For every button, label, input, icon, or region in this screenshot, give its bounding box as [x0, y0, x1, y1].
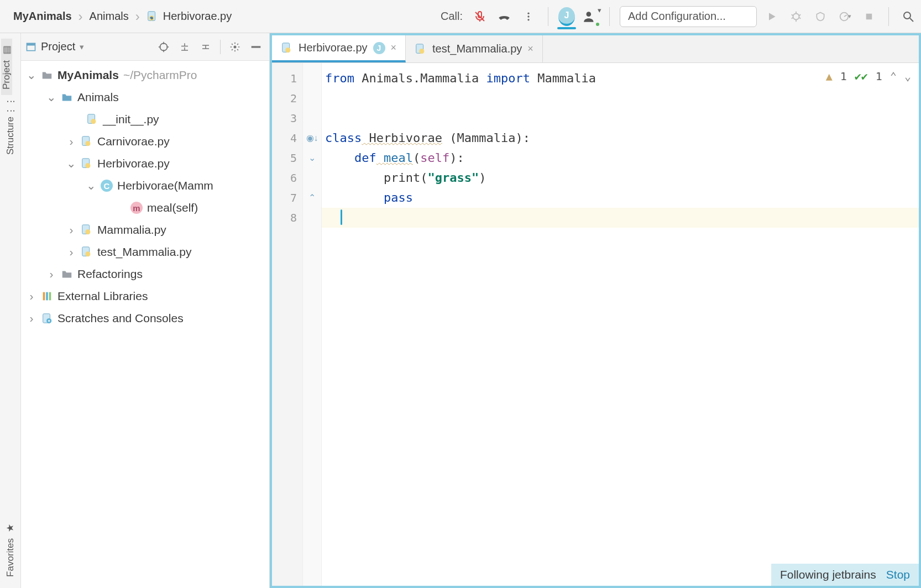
tree-file-carnivorae[interactable]: › Carnivorae.py: [21, 130, 269, 153]
call-label: Call:: [441, 10, 463, 23]
svg-point-30: [85, 141, 90, 146]
svg-point-20: [160, 43, 167, 50]
project-tool-window: Project ▾ ⌄ MyAnimals ~/PycharmPro ⌄ Ani…: [21, 33, 270, 588]
locate-icon[interactable]: [155, 38, 172, 56]
warning-count: 1: [840, 66, 847, 86]
tree-external-libraries[interactable]: › External Libraries: [21, 285, 269, 307]
hangup-icon[interactable]: [495, 7, 514, 26]
collaborator-cursor: [341, 209, 342, 225]
tree-file-init[interactable]: __init__.py: [21, 108, 269, 130]
tool-tab-project[interactable]: Project ▤: [1, 39, 12, 95]
tool-tab-favorites[interactable]: Favorites ★: [5, 517, 16, 582]
hide-icon[interactable]: [247, 38, 265, 56]
code-token: pass: [384, 191, 413, 204]
tree-scratches-label: Scratches and Consoles: [57, 312, 184, 325]
inspection-widget[interactable]: ▲1 ✔✔1 ⌃ ⌄: [826, 66, 911, 86]
code-token: Herbivorae: [362, 131, 442, 145]
breadcrumb-file[interactable]: Herbivorae.py: [144, 8, 234, 24]
folder-icon: ▤: [1, 46, 12, 55]
code-token: print: [384, 171, 420, 185]
python-file-icon: [86, 113, 98, 125]
profile-icon[interactable]: ▾: [835, 7, 854, 26]
marker-gutter: ◉↓ ⌄ ⌃: [303, 63, 322, 586]
close-icon[interactable]: ×: [527, 43, 533, 55]
svg-point-45: [419, 49, 424, 54]
warning-icon: ▲: [826, 66, 833, 86]
code-area[interactable]: from Animals.Mammalia import Mammalia cl…: [322, 63, 919, 586]
line-number: 4: [272, 128, 297, 148]
breadcrumb-folder[interactable]: Animals: [87, 8, 131, 24]
svg-line-13: [799, 17, 801, 18]
passed-count: 1: [876, 66, 882, 86]
python-file-icon: [415, 43, 427, 55]
chevron-right-icon: ›: [27, 312, 36, 325]
svg-line-11: [799, 14, 801, 15]
tree-file-herbivorae[interactable]: ⌄ Herbivorae.py: [21, 153, 269, 175]
editor-body[interactable]: 1 2 3 4 5 6 7 8 ◉↓ ⌄ ⌃ from Animal: [272, 63, 919, 586]
stop-icon[interactable]: [860, 7, 878, 26]
fold-marker-icon[interactable]: ⌃: [303, 188, 321, 208]
run-icon[interactable]: [762, 7, 781, 26]
project-window-icon: [25, 41, 36, 53]
gear-icon[interactable]: [226, 38, 244, 56]
fold-marker-icon[interactable]: ⌄: [303, 148, 321, 168]
svg-point-36: [85, 251, 90, 256]
tree-init-label: __init__.py: [103, 113, 159, 126]
python-file-icon: [81, 135, 93, 148]
line-number: 1: [272, 69, 297, 88]
tab-herbivorae[interactable]: Herbivorae.py J ×: [272, 35, 406, 62]
project-tree[interactable]: ⌄ MyAnimals ~/PycharmPro ⌄ Animals __ini…: [21, 61, 269, 588]
tree-refactorings-label: Refactorings: [77, 267, 143, 281]
editor-tabs: Herbivorae.py J × test_Mammalia.py ×: [272, 35, 919, 63]
collaborator-avatar: J: [373, 42, 385, 54]
tree-root[interactable]: ⌄ MyAnimals ~/PycharmPro: [21, 64, 269, 86]
tool-tab-structure[interactable]: Structure ⋮⋮: [1, 95, 20, 160]
project-view-selector[interactable]: Project ▾: [25, 40, 84, 53]
chevron-right-icon: ›: [46, 267, 56, 281]
online-dot-icon: [595, 22, 600, 27]
folder-icon: [41, 69, 53, 81]
override-marker-icon[interactable]: ◉↓: [303, 128, 321, 148]
run-configuration-dropdown[interactable]: Add Configuration...: [620, 6, 757, 27]
coverage-icon[interactable]: [811, 7, 830, 26]
close-icon[interactable]: ×: [391, 42, 397, 54]
run-config-label: Add Configuration...: [628, 10, 726, 23]
breadcrumb-sep-icon: ›: [134, 9, 141, 24]
svg-line-12: [792, 17, 793, 18]
expand-all-icon[interactable]: [176, 38, 193, 56]
stop-following-link[interactable]: Stop: [886, 568, 910, 581]
more-icon[interactable]: [519, 7, 538, 26]
tab-label: Herbivorae.py: [299, 41, 368, 54]
search-icon[interactable]: [899, 7, 918, 26]
svg-point-3: [527, 12, 529, 14]
chevron-right-icon: ›: [66, 135, 76, 148]
breadcrumb-root-label: MyAnimals: [13, 10, 72, 23]
following-label: Following jetbrains: [780, 568, 876, 581]
user-avatar[interactable]: J: [558, 7, 575, 26]
collapse-all-icon[interactable]: [197, 38, 214, 56]
invite-user-icon[interactable]: ▾: [580, 7, 599, 26]
breadcrumb-root[interactable]: MyAnimals: [11, 8, 74, 24]
tree-folder-animals[interactable]: ⌄ Animals: [21, 86, 269, 108]
tree-file-mammalia[interactable]: › Mammalia.py: [21, 219, 269, 241]
libraries-icon: [41, 290, 53, 302]
mic-muted-icon[interactable]: [470, 7, 489, 26]
code-token: meal: [376, 151, 413, 165]
next-problem-icon[interactable]: ⌄: [904, 66, 911, 86]
tree-class-herbivorae[interactable]: ⌄ C Herbivorae(Mamm: [21, 175, 269, 197]
line-number: 5: [272, 148, 297, 168]
method-icon: m: [130, 202, 143, 214]
debug-icon[interactable]: [787, 7, 805, 26]
folder-icon: [61, 91, 73, 103]
chevron-down-icon: ▾: [80, 42, 84, 52]
prev-problem-icon[interactable]: ⌃: [890, 66, 897, 86]
editor-area: Herbivorae.py J × test_Mammalia.py × 1 2…: [270, 33, 921, 588]
svg-point-7: [793, 13, 799, 19]
tab-test-mammalia[interactable]: test_Mammalia.py ×: [406, 35, 543, 62]
separator: [548, 7, 548, 26]
chevron-down-icon: ⌄: [86, 179, 96, 192]
tree-folder-refactorings[interactable]: › Refactorings: [21, 263, 269, 285]
tree-scratches[interactable]: › Scratches and Consoles: [21, 307, 269, 329]
tree-method-meal[interactable]: m meal(self): [21, 197, 269, 219]
tree-file-test-mammalia[interactable]: › test_Mammalia.py: [21, 241, 269, 263]
